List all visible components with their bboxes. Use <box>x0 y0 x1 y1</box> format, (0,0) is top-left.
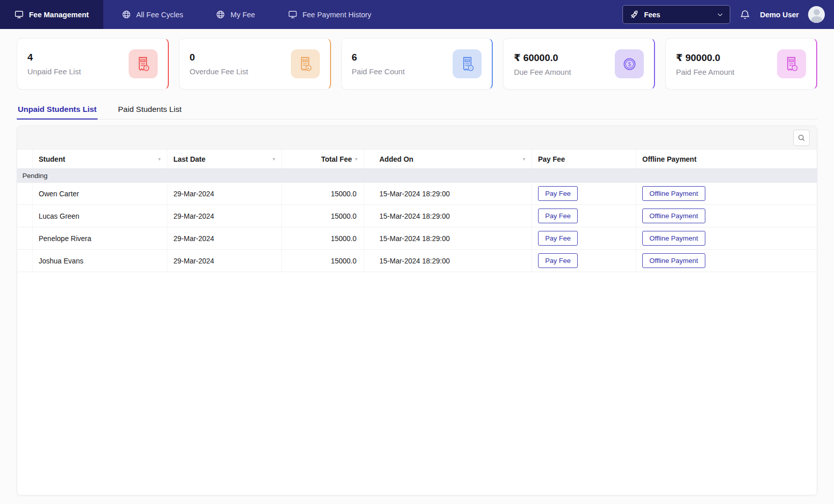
svg-text:!: ! <box>146 66 147 70</box>
cell-total-fee: 15000.0 <box>282 205 364 227</box>
row-spacer <box>17 227 33 249</box>
header-spacer <box>17 150 33 168</box>
fee-receipt-check-icon: FEES ✓ <box>453 49 482 78</box>
user-name[interactable]: Demo User <box>760 11 799 19</box>
nav-item-label: Fee Management <box>29 11 89 19</box>
globe-icon <box>122 10 131 19</box>
group-row-pending: Pending <box>17 169 817 183</box>
module-selector-dropdown[interactable]: Fees <box>622 5 730 24</box>
svg-text:✓: ✓ <box>794 66 796 69</box>
cell-pay-fee: Pay Fee <box>532 227 636 249</box>
notifications-bell-icon[interactable] <box>739 9 751 20</box>
cell-student: Lucas Green <box>33 205 167 227</box>
cell-pay-fee: Pay Fee <box>532 183 636 204</box>
sort-icon[interactable]: ▾ <box>273 156 275 162</box>
search-icon <box>797 134 806 142</box>
nav-item-label: Fee Payment History <box>303 11 371 19</box>
globe-icon <box>216 10 225 19</box>
sort-icon[interactable]: ▾ <box>523 156 525 162</box>
pay-fee-button[interactable]: Pay Fee <box>538 209 578 223</box>
stat-label: Unpaid Fee List <box>27 67 81 76</box>
column-header-offline-payment: Offline Payment <box>636 150 817 168</box>
tab-unpaid-students-list[interactable]: Unpaid Students List <box>17 103 98 120</box>
row-spacer <box>17 250 33 272</box>
pay-fee-button[interactable]: Pay Fee <box>538 186 578 201</box>
table-header-row: Student ▾ Last Date ▾ Total Fee ▾ Added … <box>17 150 817 169</box>
stat-card-paid-fee-amount: ₹ 90000.0 Paid Fee Amount FEES ✓ <box>665 38 817 90</box>
svg-text:FEES: FEES <box>303 60 308 62</box>
pay-fee-button[interactable]: Pay Fee <box>538 253 578 268</box>
user-avatar[interactable] <box>808 6 825 23</box>
main-nav: Fee Management All Fee Cycles My Fee Fee… <box>0 0 622 29</box>
search-button[interactable] <box>793 130 810 146</box>
cell-last-date: 29-Mar-2024 <box>167 183 282 204</box>
avatar-silhouette <box>811 16 822 23</box>
navbar-right: Fees Demo User <box>622 0 834 29</box>
column-header-total-fee: Total Fee ▾ <box>282 150 364 168</box>
column-header-student: Student ▾ <box>33 150 167 168</box>
cell-added-on: 15-Mar-2024 18:29:00 <box>364 227 532 249</box>
rocket-icon <box>629 10 639 19</box>
fee-receipt-check-icon: FEES ✓ <box>777 49 806 78</box>
svg-text:FEES: FEES <box>465 60 470 62</box>
fee-receipt-alert-icon: FEES ! <box>129 49 158 78</box>
nav-item-label: My Fee <box>230 11 255 19</box>
cell-last-date: 29-Mar-2024 <box>167 250 282 272</box>
table-row: Owen Carter 29-Mar-2024 15000.0 15-Mar-2… <box>17 183 817 205</box>
chevron-down-icon <box>717 11 724 18</box>
offline-payment-button[interactable]: Offline Payment <box>642 209 705 223</box>
nav-item-fee-payment-history[interactable]: Fee Payment History <box>274 0 385 29</box>
stat-card-overdue-fee-list: 0 Overdue Fee List FEES ▶ <box>179 38 331 90</box>
cell-total-fee: 15000.0 <box>282 227 364 249</box>
svg-text:FEES: FEES <box>141 60 146 62</box>
stat-value: 6 <box>352 52 405 63</box>
table-row: Joshua Evans 29-Mar-2024 15000.0 15-Mar-… <box>17 250 817 272</box>
stat-card-unpaid-fee-list: 4 Unpaid Fee List FEES ! <box>17 38 169 90</box>
svg-text:$: $ <box>628 61 631 67</box>
table-empty-area <box>17 272 817 495</box>
cell-student: Owen Carter <box>33 183 167 204</box>
tab-paid-students-list[interactable]: Paid Students List <box>117 103 183 120</box>
cell-student: Joshua Evans <box>33 250 167 272</box>
dollar-circle-icon: $ <box>615 49 644 78</box>
stat-label: Due Fee Amount <box>514 68 571 76</box>
row-spacer <box>17 183 33 204</box>
offline-payment-button[interactable]: Offline Payment <box>642 186 705 201</box>
monitor-icon <box>288 10 297 19</box>
column-header-last-date: Last Date ▾ <box>167 150 282 168</box>
avatar-silhouette <box>814 9 820 15</box>
nav-item-fee-management[interactable]: Fee Management <box>0 0 103 29</box>
stat-value: ₹ 90000.0 <box>676 52 734 64</box>
pay-fee-button[interactable]: Pay Fee <box>538 231 578 246</box>
cell-added-on: 15-Mar-2024 18:29:00 <box>364 183 532 204</box>
cell-added-on: 15-Mar-2024 18:29:00 <box>364 205 532 227</box>
nav-item-all-fee-cycles[interactable]: All Fee Cycles <box>107 0 198 29</box>
table-row: Penelope Rivera 29-Mar-2024 15000.0 15-M… <box>17 227 817 250</box>
cell-last-date: 29-Mar-2024 <box>167 205 282 227</box>
monitor-icon <box>14 10 24 19</box>
row-spacer <box>17 205 33 227</box>
cell-offline-payment: Offline Payment <box>636 227 817 249</box>
stat-label: Paid Fee Amount <box>676 68 734 76</box>
stat-label: Paid Fee Count <box>352 67 405 76</box>
cell-offline-payment: Offline Payment <box>636 205 817 227</box>
nav-item-label: All Fee Cycles <box>136 11 184 19</box>
stat-value: 4 <box>27 52 81 63</box>
sort-icon[interactable]: ▾ <box>158 156 161 162</box>
cell-pay-fee: Pay Fee <box>532 205 636 227</box>
sort-icon[interactable]: ▾ <box>355 156 358 162</box>
nav-item-my-fee[interactable]: My Fee <box>201 0 269 29</box>
column-header-added-on: Added On ▾ <box>364 150 532 168</box>
offline-payment-button[interactable]: Offline Payment <box>642 231 705 246</box>
module-selector-value: Fees <box>644 11 711 19</box>
fee-receipt-clock-icon: FEES ▶ <box>291 49 320 78</box>
stat-value: 0 <box>190 52 248 63</box>
offline-payment-button[interactable]: Offline Payment <box>642 253 705 268</box>
svg-text:FEES: FEES <box>789 60 794 62</box>
stat-label: Overdue Fee List <box>190 67 248 76</box>
column-header-pay-fee: Pay Fee <box>532 150 636 168</box>
cell-last-date: 29-Mar-2024 <box>167 227 282 249</box>
cell-offline-payment: Offline Payment <box>636 250 817 272</box>
stat-card-due-fee-amount: ₹ 60000.0 Due Fee Amount $ <box>503 38 655 90</box>
table-toolbar <box>17 126 817 150</box>
